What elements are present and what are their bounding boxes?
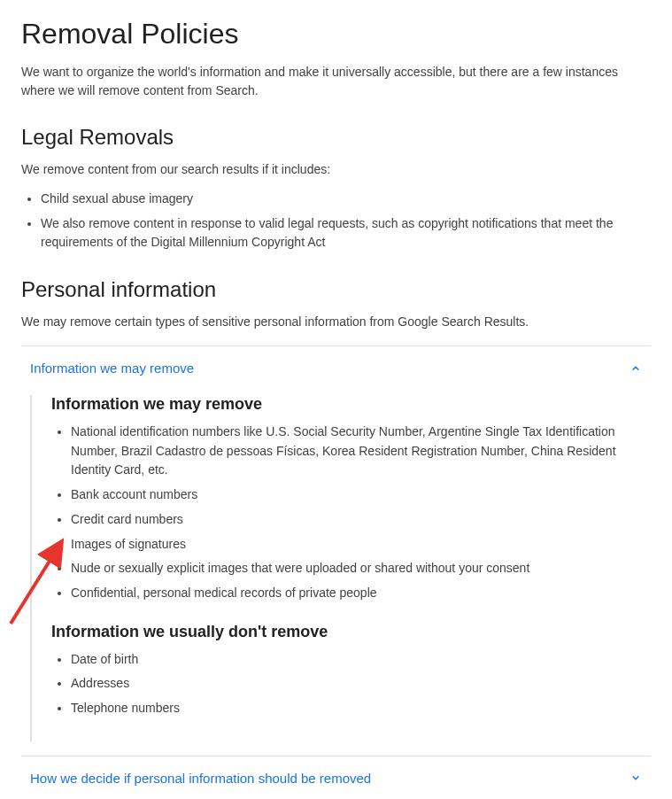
may-remove-heading: Information we may remove bbox=[51, 395, 642, 414]
chevron-up-icon bbox=[630, 362, 642, 375]
accordion-header-how-decide[interactable]: How we decide if personal information sh… bbox=[21, 756, 651, 799]
list-item: Date of birth bbox=[71, 650, 642, 670]
may-remove-list: National identification numbers like U.S… bbox=[51, 423, 642, 603]
accordion-item-how-decide: How we decide if personal information sh… bbox=[21, 756, 651, 799]
legal-removals-heading: Legal Removals bbox=[21, 125, 651, 150]
list-item: Nude or sexually explicit images that we… bbox=[71, 559, 642, 578]
legal-removals-text: We remove content from our search result… bbox=[21, 160, 651, 179]
personal-info-text: We may remove certain types of sensitive… bbox=[21, 313, 651, 331]
not-remove-list: Date of birth Addresses Telephone number… bbox=[51, 650, 642, 718]
chevron-down-icon bbox=[630, 772, 642, 784]
accordion: Information we may remove Information we… bbox=[21, 345, 651, 799]
list-item: Telephone numbers bbox=[71, 699, 642, 718]
accordion-item-expanded: Information we may remove Information we… bbox=[21, 346, 651, 756]
accordion-title: Information we may remove bbox=[30, 361, 194, 376]
list-item: Confidential, personal medical records o… bbox=[71, 584, 642, 603]
list-item: Images of signatures bbox=[71, 535, 642, 555]
accordion-body: Information we may remove National ident… bbox=[30, 395, 651, 741]
list-item: Credit card numbers bbox=[71, 510, 642, 530]
list-item: We also remove content in response to va… bbox=[41, 214, 651, 252]
personal-info-heading: Personal information bbox=[21, 277, 651, 302]
list-item: National identification numbers like U.S… bbox=[71, 423, 642, 480]
accordion-header-may-remove[interactable]: Information we may remove bbox=[21, 346, 651, 390]
list-item: Addresses bbox=[71, 674, 642, 694]
page-title: Removal Policies bbox=[21, 18, 651, 50]
list-item: Child sexual abuse imagery bbox=[41, 190, 651, 209]
accordion-title: How we decide if personal information sh… bbox=[30, 771, 371, 786]
legal-removals-list: Child sexual abuse imagery We also remov… bbox=[21, 190, 651, 252]
not-remove-heading: Information we usually don't remove bbox=[51, 623, 642, 641]
page-intro: We want to organize the world's informat… bbox=[21, 63, 651, 100]
list-item: Bank account numbers bbox=[71, 485, 642, 505]
